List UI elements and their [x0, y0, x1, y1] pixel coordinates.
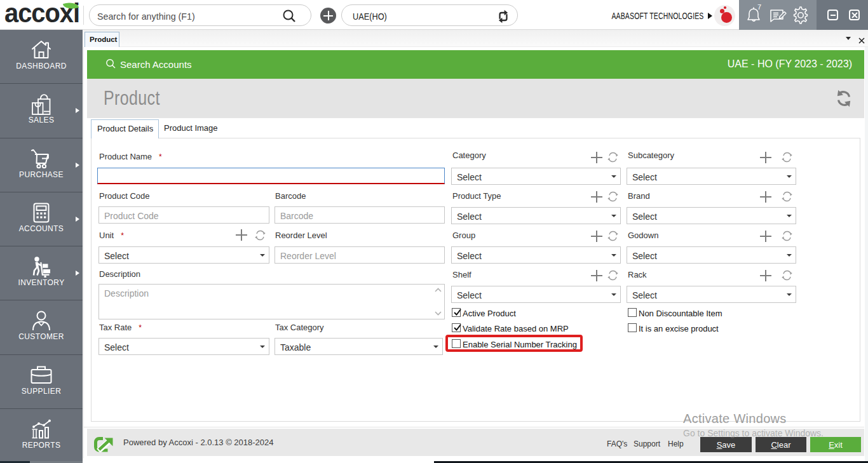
svg-text:7: 7: [757, 4, 761, 11]
